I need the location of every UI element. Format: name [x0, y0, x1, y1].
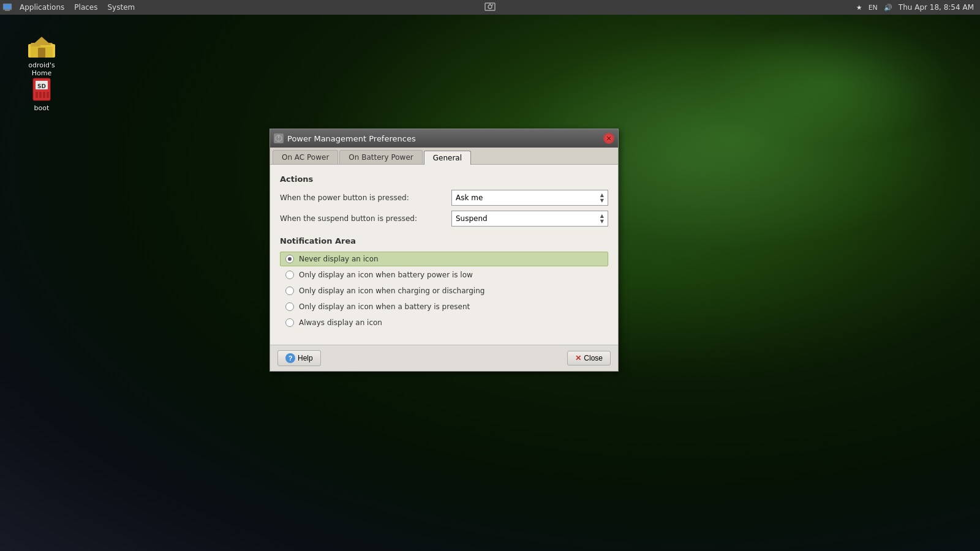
- help-label: Help: [298, 354, 313, 362]
- help-icon: ?: [285, 353, 295, 363]
- tab-battery-power[interactable]: On Battery Power: [339, 150, 422, 164]
- radio-label-charging: Only display an icon when charging or di…: [299, 287, 484, 295]
- radio-label-low: Only display an icon when battery power …: [299, 271, 473, 279]
- radio-label-present: Only display an icon when a battery is p…: [299, 302, 470, 311]
- boot-icon-label: boot: [34, 104, 50, 112]
- svg-point-4: [488, 5, 492, 9]
- radio-circle-never: [285, 255, 294, 263]
- svg-marker-11: [32, 37, 51, 45]
- top-panel: Applications Places System ★ EN 🔊 Thu Ap…: [0, 0, 980, 15]
- svg-rect-17: [36, 92, 38, 98]
- tab-general[interactable]: General: [424, 151, 471, 165]
- svg-rect-20: [47, 92, 49, 98]
- radio-circle-charging: [285, 287, 294, 295]
- panel-right: ★ EN 🔊 Thu Apr 18, 8:54 AM: [855, 0, 980, 15]
- dialog-title: Power Management Preferences: [287, 134, 600, 143]
- radio-low-battery[interactable]: Only display an icon when battery power …: [280, 268, 608, 282]
- suspend-button-select[interactable]: Suspend ▲ ▼: [451, 211, 608, 227]
- desktop: Applications Places System ★ EN 🔊 Thu Ap…: [0, 0, 980, 551]
- dialog-titlebar: Power Management Preferences ✕: [270, 129, 618, 148]
- actions-section: Actions When the power button is pressed…: [280, 174, 608, 227]
- svg-rect-12: [38, 48, 45, 58]
- radio-circle-low: [285, 271, 294, 279]
- suspend-button-label: When the suspend button is pressed:: [280, 214, 451, 223]
- dialog-footer: ? Help ✕ Close: [270, 345, 618, 371]
- svg-rect-18: [39, 92, 42, 98]
- power-management-dialog: Power Management Preferences ✕ On AC Pow…: [270, 129, 619, 372]
- panel-left: Applications Places System: [0, 0, 140, 15]
- radio-circle-always: [285, 318, 294, 327]
- applications-menu[interactable]: Applications: [15, 0, 69, 15]
- tab-ac-power[interactable]: On AC Power: [273, 150, 338, 164]
- desktop-icon-boot[interactable]: SD boot: [17, 71, 66, 114]
- radio-label-never: Never display an icon: [299, 255, 379, 263]
- panel-center: [484, 1, 496, 13]
- svg-rect-1: [5, 10, 10, 11]
- help-button[interactable]: ? Help: [277, 350, 321, 366]
- power-button-select[interactable]: Ask me ▲ ▼: [451, 190, 608, 206]
- svg-point-23: [278, 140, 279, 141]
- svg-rect-2: [4, 4, 11, 9]
- sd-card-icon: SD: [27, 73, 56, 103]
- close-button[interactable]: ✕: [603, 133, 614, 144]
- home-folder-icon: [27, 31, 56, 60]
- notification-section: Notification Area Never display an icon …: [280, 236, 608, 330]
- app-menu-icon[interactable]: [0, 0, 15, 15]
- radio-label-always: Always display an icon: [299, 318, 382, 327]
- svg-text:SD: SD: [37, 83, 46, 89]
- suspend-button-row: When the suspend button is pressed: Susp…: [280, 211, 608, 227]
- volume-icon[interactable]: 🔊: [883, 0, 894, 15]
- radio-charging[interactable]: Only display an icon when charging or di…: [280, 283, 608, 298]
- bluetooth-icon[interactable]: ★: [855, 0, 864, 15]
- select-arrows-2: ▲ ▼: [600, 214, 604, 224]
- dialog-content: Actions When the power button is pressed…: [270, 165, 618, 345]
- radio-battery-present[interactable]: Only display an icon when a battery is p…: [280, 299, 608, 314]
- radio-circle-present: [285, 302, 294, 311]
- keyboard-layout[interactable]: EN: [866, 0, 880, 15]
- taskbar-center-icon: [484, 1, 496, 13]
- close-x-icon: ✕: [575, 354, 581, 362]
- notification-title: Notification Area: [280, 236, 608, 246]
- radio-never-display[interactable]: Never display an icon: [280, 252, 608, 266]
- select-arrows: ▲ ▼: [600, 193, 604, 203]
- places-menu[interactable]: Places: [69, 0, 102, 15]
- svg-rect-19: [43, 92, 45, 98]
- svg-line-6: [492, 4, 493, 6]
- close-dialog-button[interactable]: ✕ Close: [567, 351, 611, 365]
- power-button-label: When the power button is pressed:: [280, 193, 451, 202]
- power-button-row: When the power button is pressed: Ask me…: [280, 190, 608, 206]
- dialog-title-icon: [274, 133, 284, 143]
- dialog-tabs: On AC Power On Battery Power General: [270, 148, 618, 165]
- actions-title: Actions: [280, 174, 608, 184]
- radio-always[interactable]: Always display an icon: [280, 315, 608, 330]
- datetime-display: Thu Apr 18, 8:54 AM: [896, 0, 976, 15]
- close-label: Close: [584, 354, 603, 362]
- system-menu[interactable]: System: [102, 0, 140, 15]
